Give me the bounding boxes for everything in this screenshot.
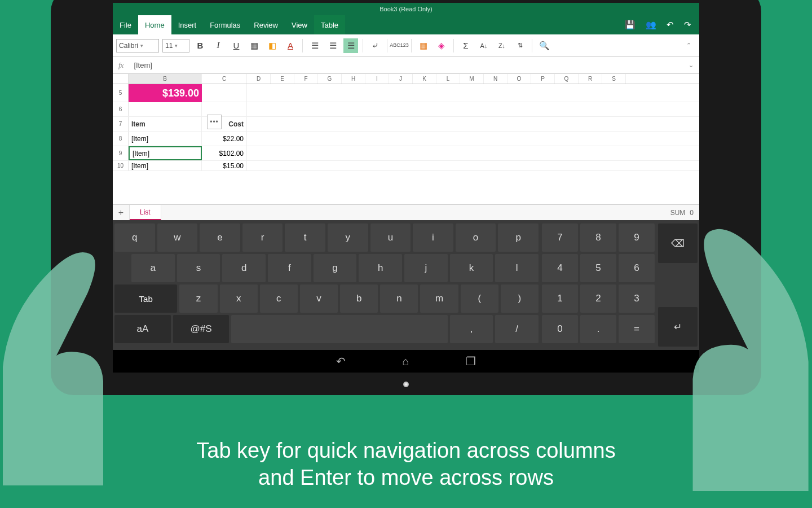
col-header-S[interactable]: S [602, 74, 626, 84]
save-icon[interactable]: 💾 [625, 20, 636, 30]
cell-B5[interactable]: $139.00 [129, 84, 202, 102]
cell-C10[interactable]: $15.00 [202, 161, 247, 170]
key-num-7[interactable]: 7 [542, 224, 578, 252]
col-header-J[interactable]: J [389, 74, 413, 84]
row-header-5[interactable]: 5 [113, 84, 129, 102]
key-t[interactable]: t [285, 224, 325, 252]
autosum-button[interactable]: Σ [458, 38, 473, 53]
key-e[interactable]: e [200, 224, 240, 252]
collapse-ribbon-button[interactable]: ⌃ [681, 38, 696, 53]
underline-button[interactable]: U [229, 38, 244, 53]
find-button[interactable]: 🔍 [537, 38, 551, 53]
key-k[interactable]: k [450, 254, 493, 282]
key-num-2[interactable]: 2 [580, 284, 616, 313]
align-right-button[interactable]: ☰ [343, 38, 358, 53]
col-header-K[interactable]: K [413, 74, 436, 84]
col-header-L[interactable]: L [436, 74, 460, 84]
key-symbols[interactable]: @#S [173, 315, 230, 343]
cell-B6[interactable] [129, 102, 202, 116]
share-icon[interactable]: 👥 [646, 20, 656, 30]
col-header-F[interactable]: F [294, 74, 318, 84]
key-num-8[interactable]: 8 [580, 224, 616, 252]
row-header-9[interactable]: 9 [113, 146, 129, 160]
col-header-Q[interactable]: Q [555, 74, 579, 84]
col-header-I[interactable]: I [365, 74, 389, 84]
formula-input[interactable]: [Item] [134, 61, 152, 69]
col-header-O[interactable]: O [508, 74, 531, 84]
key-g[interactable]: g [314, 254, 357, 282]
col-header-D[interactable]: D [247, 74, 271, 84]
redo-icon[interactable]: ↷ [684, 20, 691, 30]
cell-C8[interactable]: $22.00 [202, 132, 247, 146]
insert-table-button[interactable]: ▦ [416, 38, 431, 53]
key-o[interactable]: o [456, 224, 496, 252]
key-f[interactable]: f [268, 254, 311, 282]
key-m[interactable]: m [420, 284, 458, 313]
cell-C9[interactable]: $102.00 [202, 146, 247, 160]
align-center-button[interactable]: ☰ [325, 38, 340, 53]
wrap-text-button[interactable]: ⤶ [368, 38, 382, 53]
cell-B9[interactable]: [Item] [129, 146, 202, 160]
tab-home[interactable]: Home [138, 15, 171, 34]
fill-color-button[interactable]: ◧ [265, 38, 280, 53]
cell-B10[interactable]: [Item] [129, 161, 202, 170]
key-h[interactable]: h [359, 254, 402, 282]
tab-table[interactable]: Table [314, 15, 345, 34]
key-z[interactable]: z [179, 284, 217, 313]
sort-asc-button[interactable]: A↓ [476, 38, 491, 53]
col-header-M[interactable]: M [460, 74, 484, 84]
key-num-5[interactable]: 5 [580, 254, 616, 282]
align-left-button[interactable]: ☰ [307, 38, 322, 53]
nav-recent-icon[interactable]: ❐ [466, 354, 476, 368]
key-)[interactable]: ) [501, 284, 539, 313]
tab-file[interactable]: File [113, 15, 138, 34]
undo-icon[interactable]: ↶ [667, 20, 674, 30]
row-options-button[interactable]: ••• [207, 115, 222, 129]
col-header-R[interactable]: R [579, 74, 602, 84]
tab-formulas[interactable]: Formulas [203, 15, 247, 34]
key-s[interactable]: s [177, 254, 220, 282]
sheet-tab-list[interactable]: List [130, 205, 161, 220]
chevron-down-icon[interactable]: ⌄ [689, 62, 694, 69]
key-d[interactable]: d [222, 254, 266, 282]
formula-bar[interactable]: fx [Item] ⌄ [113, 57, 699, 74]
select-all-corner[interactable] [113, 74, 129, 84]
key-([interactable]: ( [461, 284, 498, 313]
col-header-P[interactable]: P [531, 74, 555, 84]
key-num-1[interactable]: 1 [542, 284, 578, 313]
cell-B8[interactable]: [Item] [129, 132, 202, 146]
key-num-0[interactable]: 0 [542, 315, 578, 343]
borders-button[interactable]: ▦ [247, 38, 262, 53]
sort-button[interactable]: ⇅ [513, 38, 527, 53]
col-header-G[interactable]: G [318, 74, 342, 84]
number-format-button[interactable]: ABC123 [392, 38, 407, 53]
key-y[interactable]: y [328, 224, 368, 252]
key-c[interactable]: c [260, 284, 298, 313]
key-p[interactable]: p [498, 224, 539, 252]
key-x[interactable]: x [220, 284, 258, 313]
key-n[interactable]: n [380, 284, 418, 313]
row-header-7[interactable]: 7 [113, 117, 129, 131]
tab-insert[interactable]: Insert [171, 15, 204, 34]
row-header-6[interactable]: 6 [113, 102, 129, 116]
key-b[interactable]: b [340, 284, 378, 313]
font-color-button[interactable]: A [283, 38, 298, 53]
col-header-E[interactable]: E [271, 74, 294, 84]
key-l[interactable]: l [495, 254, 539, 282]
bold-button[interactable]: B [193, 38, 208, 53]
key-r[interactable]: r [242, 224, 283, 252]
key-num-4[interactable]: 4 [542, 254, 578, 282]
nav-home-icon[interactable]: ⌂ [402, 355, 409, 368]
add-sheet-button[interactable]: + [113, 205, 130, 220]
col-header-H[interactable]: H [342, 74, 365, 84]
spreadsheet-grid[interactable]: BCDEFGHIJKLMNOPQRS 5$139.0067ItemCost8[I… [113, 74, 699, 204]
key-num-.[interactable]: . [580, 315, 616, 343]
key-u[interactable]: u [370, 224, 411, 252]
col-header-N[interactable]: N [484, 74, 508, 84]
cell-B7[interactable]: Item [129, 117, 202, 131]
font-size-select[interactable]: 11▾ [162, 39, 189, 52]
key-v[interactable]: v [300, 284, 338, 313]
font-name-select[interactable]: Calibri▾ [116, 39, 159, 52]
key-comma[interactable]: , [450, 315, 493, 343]
key-space[interactable] [231, 315, 447, 343]
